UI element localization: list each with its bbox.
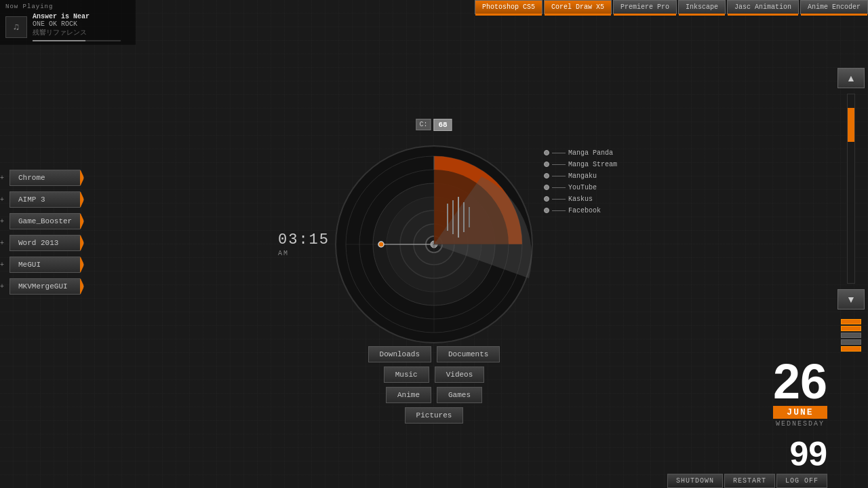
folder-buttons: Downloads Documents Music Videos Anime G…: [298, 346, 570, 428]
sidebar-btn-aimp[interactable]: AIMP 3: [9, 191, 84, 208]
date-weekday: WEDNESDAY: [773, 420, 827, 428]
radar-svg: [332, 143, 536, 346]
date-day: 26: [773, 357, 827, 406]
web-line-kaskus: [552, 199, 566, 200]
web-link-youtube[interactable]: YouTube: [544, 184, 617, 191]
sidebar-item-wrapper-word: + Word 2013: [0, 235, 84, 251]
scroll-indicator-1: [841, 319, 861, 324]
song-artist: ONE OK ROCK: [33, 20, 121, 28]
folder-btn-games[interactable]: Games: [437, 387, 482, 403]
left-sidebar: + Chrome + AIMP 3 + Game_Booster + Word …: [0, 170, 84, 295]
folder-row-3: Anime Games: [298, 387, 570, 403]
web-link-kaskus-label: Kaskus: [568, 195, 593, 203]
web-link-facebook-label: Facebook: [568, 207, 601, 214]
song-title: Answer is Near: [33, 13, 121, 20]
right-scroll-panel: ▲ ▼: [834, 68, 868, 352]
folder-btn-downloads[interactable]: Downloads: [368, 346, 431, 362]
scroll-indicator-4: [841, 339, 861, 345]
now-playing-label: Now Playing: [5, 3, 130, 10]
shutdown-button[interactable]: SHUTDOWN: [667, 474, 723, 488]
web-link-mangaku[interactable]: Mangaku: [544, 172, 617, 180]
web-line-mangaku: [552, 176, 566, 176]
sidebar-plus-chrome: +: [0, 174, 7, 182]
progress-bar: [33, 40, 121, 41]
sidebar-item-wrapper-aimp: + AIMP 3: [0, 191, 84, 208]
top-app-coreldraw[interactable]: Corel Draw X5: [544, 0, 612, 14]
web-link-youtube-label: YouTube: [568, 184, 597, 191]
folder-btn-videos[interactable]: Videos: [435, 367, 485, 383]
bottom-controls: SHUTDOWN RESTART LOG OFF: [667, 474, 827, 488]
music-icon: ♫: [5, 16, 27, 38]
cpu-value: 99: [773, 434, 827, 474]
web-line-mangastream: [552, 164, 566, 165]
web-dot-mangapanda: [544, 150, 549, 155]
sidebar-plus-mkvmerge: +: [0, 283, 7, 290]
folder-btn-documents[interactable]: Documents: [437, 346, 500, 362]
drive-badge: C: 68: [416, 119, 452, 131]
folder-btn-anime[interactable]: Anime: [386, 387, 431, 403]
web-link-mangapanda-label: Manga Panda: [568, 149, 613, 157]
web-link-mangapanda[interactable]: Manga Panda: [544, 149, 617, 157]
web-link-mangastream-label: Manga Stream: [568, 161, 617, 168]
drive-label: C:: [416, 119, 431, 130]
datetime-panel: 26 JUNE WEDNESDAY 99 PWR: [773, 357, 827, 481]
folder-btn-music[interactable]: Music: [384, 367, 429, 383]
folder-row-2: Music Videos: [298, 367, 570, 383]
center-area: 03:15 AM C: 68: [264, 92, 604, 397]
sidebar-item-wrapper-chrome: + Chrome: [0, 170, 84, 186]
web-link-facebook[interactable]: Facebook: [544, 207, 617, 214]
web-dot-kaskus: [544, 196, 549, 202]
scroll-indicator-2: [841, 326, 861, 331]
restart-button[interactable]: RESTART: [724, 474, 775, 488]
scroll-indicator-3: [841, 333, 861, 338]
top-app-premiere[interactable]: Premiere Pro: [613, 0, 677, 14]
top-app-photoshop[interactable]: Photoshop CS5: [475, 0, 542, 14]
scroll-up-button[interactable]: ▲: [837, 68, 865, 88]
sidebar-plus-aimp: +: [0, 196, 7, 204]
top-apps-bar: Photoshop CS5 Corel Draw X5 Premiere Pro…: [475, 0, 868, 14]
scroll-track: [847, 94, 855, 284]
sidebar-btn-megui[interactable]: MeGUI: [9, 257, 84, 273]
scroll-indicators: [841, 319, 861, 352]
web-link-kaskus[interactable]: Kaskus: [544, 195, 617, 203]
clock-period: AM: [278, 250, 330, 257]
drive-value: 68: [433, 119, 452, 131]
folder-row-1: Downloads Documents: [298, 346, 570, 362]
scroll-thumb: [848, 108, 854, 142]
sidebar-item-wrapper-megui: + MeGUI: [0, 257, 84, 273]
folder-btn-pictures[interactable]: Pictures: [405, 407, 464, 424]
sidebar-btn-word[interactable]: Word 2013: [9, 235, 84, 251]
clock-display: 03:15 AM: [278, 231, 330, 257]
web-link-mangaku-label: Mangaku: [568, 172, 597, 180]
scroll-indicator-5: [841, 346, 861, 352]
web-line-mangapanda: [552, 153, 566, 153]
sidebar-item-wrapper-mkvmerge: + MKVMergeGUI: [0, 278, 84, 295]
web-links-panel: Manga Panda Manga Stream Mangaku YouTube: [544, 149, 617, 219]
song-album: 残響リファレンス: [33, 28, 121, 37]
now-playing-panel: Now Playing ♫ Answer is Near ONE OK ROCK…: [0, 0, 136, 45]
web-link-mangastream[interactable]: Manga Stream: [544, 161, 617, 168]
scroll-down-button[interactable]: ▼: [837, 289, 865, 309]
top-app-inkscape[interactable]: Inkscape: [678, 0, 726, 14]
radar-container: C: 68: [332, 143, 536, 346]
web-line-youtube: [552, 187, 566, 188]
sidebar-btn-chrome[interactable]: Chrome: [9, 170, 84, 186]
sidebar-item-wrapper-gamebooster: + Game_Booster: [0, 213, 84, 229]
sidebar-plus-megui: +: [0, 261, 7, 269]
top-app-jasc[interactable]: Jasc Animation: [727, 0, 799, 14]
folder-row-4: Pictures: [298, 407, 570, 424]
svg-point-20: [378, 242, 384, 247]
web-dot-facebook: [544, 208, 549, 213]
sidebar-plus-word: +: [0, 240, 7, 247]
clock-time-value: 03:15: [278, 231, 330, 248]
web-dot-mangaku: [544, 173, 549, 179]
sidebar-btn-gamebooster[interactable]: Game_Booster: [9, 213, 84, 229]
web-dot-mangastream: [544, 162, 549, 167]
top-app-anime[interactable]: Anime Encoder: [800, 0, 868, 14]
web-line-facebook: [552, 210, 566, 211]
logoff-button[interactable]: LOG OFF: [776, 474, 827, 488]
sidebar-plus-gamebooster: +: [0, 218, 7, 225]
sidebar-btn-mkvmerge[interactable]: MKVMergeGUI: [9, 278, 84, 295]
progress-fill: [33, 40, 85, 41]
web-dot-youtube: [544, 185, 549, 190]
